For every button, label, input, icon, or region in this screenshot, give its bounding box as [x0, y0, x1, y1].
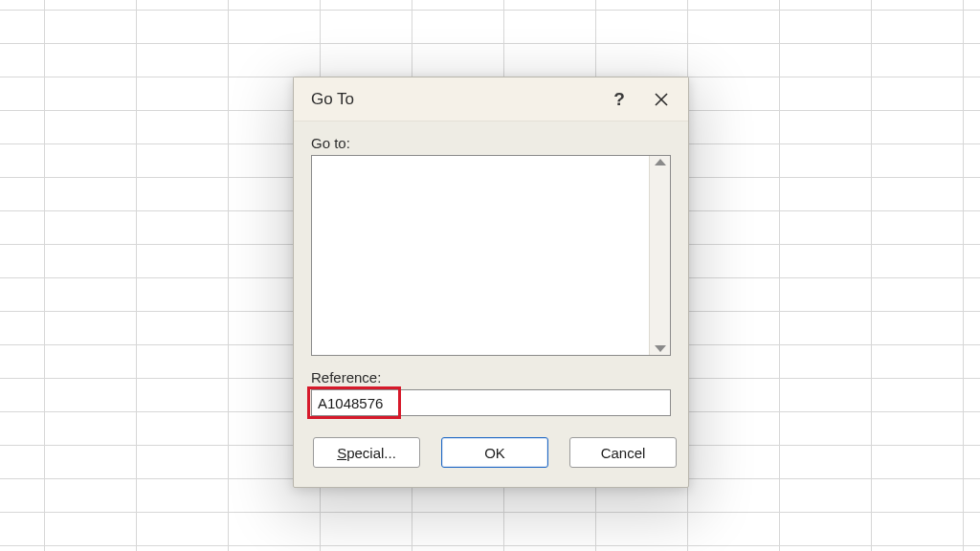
go-to-dialog: Go To ? Go to: Reference: Special... [293, 77, 689, 488]
reference-label: Reference: [311, 369, 671, 386]
help-button[interactable]: ? [598, 80, 640, 119]
dialog-body: Go to: Reference: Special... OK Cancel [294, 121, 688, 487]
reference-input[interactable] [311, 389, 671, 416]
reference-field-wrap [311, 389, 671, 416]
scroll-down-icon[interactable] [655, 345, 666, 352]
cancel-button[interactable]: Cancel [569, 437, 677, 468]
close-icon [655, 93, 668, 106]
special-accel: S [337, 445, 346, 461]
goto-label: Go to: [311, 135, 671, 151]
ok-button[interactable]: OK [441, 437, 548, 468]
dialog-title: Go To [311, 90, 598, 109]
dialog-buttons: Special... OK Cancel [311, 437, 671, 470]
ok-label: OK [484, 445, 505, 461]
goto-list-area[interactable] [312, 156, 649, 355]
special-button[interactable]: Special... [313, 437, 420, 468]
goto-listbox[interactable] [311, 155, 671, 356]
special-rest: pecial... [346, 445, 396, 461]
cancel-label: Cancel [601, 445, 646, 461]
goto-scrollbar[interactable] [649, 156, 670, 355]
close-button[interactable] [640, 80, 682, 119]
dialog-titlebar: Go To ? [294, 77, 688, 121]
scroll-up-icon[interactable] [655, 159, 666, 165]
